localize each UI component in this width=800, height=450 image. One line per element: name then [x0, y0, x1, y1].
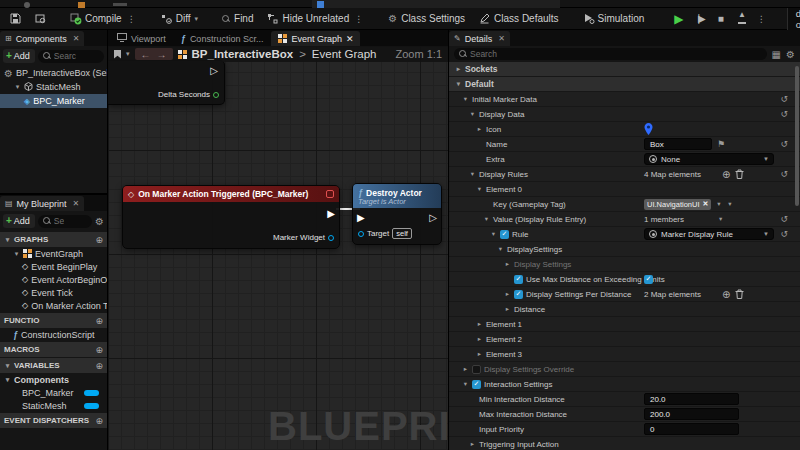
row-checkbox[interactable]: ✓ — [500, 230, 509, 239]
breadcrumb-current[interactable]: Event Graph — [312, 48, 377, 60]
tab-details[interactable]: ✎ Details ✕ — [449, 31, 510, 46]
details-row-triggering-input-action[interactable]: ▸Triggering Input Action — [449, 437, 800, 450]
chevron-down-icon[interactable]: ▾ — [717, 215, 724, 223]
reset-to-default-icon[interactable]: ↺ — [780, 229, 788, 239]
details-row-element-2[interactable]: ▸Element 2 — [449, 332, 800, 347]
category-components[interactable]: ▾Components — [0, 373, 107, 386]
list-item-staticmesh[interactable]: StaticMesh — [0, 399, 107, 412]
chevron-down-icon[interactable]: ▾ — [14, 83, 21, 91]
eject-button[interactable]: ▲ — [734, 11, 750, 26]
row-checkbox[interactable]: ✓ — [514, 290, 523, 299]
close-icon[interactable]: ✕ — [73, 34, 80, 43]
class-defaults-button[interactable]: Class Defaults — [475, 11, 562, 26]
details-row-displaysettings[interactable]: ▾DisplaySettings — [449, 242, 800, 257]
add-blueprint-item-button[interactable]: +Add — [3, 214, 35, 228]
remove-tag-icon[interactable]: ✕ — [703, 200, 709, 208]
chevron-right-icon[interactable]: ▸ — [504, 290, 511, 298]
reset-to-default-icon[interactable]: ↺ — [780, 214, 788, 224]
chevron-down-icon[interactable]: ▾ — [715, 200, 722, 208]
section-header-graphs[interactable]: ▾GRAPHS⊕ — [0, 232, 107, 247]
play-button[interactable]: ▶ — [670, 10, 687, 28]
tree-item-bp-interactivebox-sel[interactable]: ⚙BP_InteractiveBox (Sel — [0, 66, 107, 80]
exec-out-pin[interactable]: ▷ — [210, 65, 218, 76]
details-row-max-interaction-distance[interactable]: Max Interaction Distance200.0 — [449, 407, 800, 422]
details-row-initial-marker-data[interactable]: ▾Initial Marker Data↺ — [449, 92, 800, 107]
details-row-min-interaction-distance[interactable]: Min Interaction Distance20.0 — [449, 392, 800, 407]
nav-back-button[interactable]: ← — [141, 49, 151, 60]
details-row-display-settings-override[interactable]: ▸Display Settings Override — [449, 362, 800, 377]
reset-to-default-icon[interactable]: ↺ — [780, 139, 788, 149]
chevron-down-icon[interactable]: ▾ — [476, 185, 483, 193]
details-row-key-gameplay-tag-[interactable]: Key (Gameplay Tag)UI.NavigationUI✕▾▾ — [449, 197, 800, 212]
details-settings-icon[interactable]: ⚙ — [786, 49, 795, 60]
tab-viewport[interactable]: Viewport — [110, 31, 173, 46]
chevron-down-icon[interactable]: ▾ — [469, 110, 476, 118]
add-icon[interactable]: ⊕ — [95, 345, 103, 355]
reset-to-default-icon[interactable]: ↺ — [780, 94, 788, 104]
chevron-down-icon[interactable]: ▾ — [13, 250, 20, 258]
add-element-icon[interactable]: ⊕ — [722, 289, 730, 300]
chevron-right-icon[interactable]: ▸ — [476, 320, 483, 328]
chevron-down-icon[interactable]: ▾ — [483, 215, 490, 223]
close-icon[interactable]: ✕ — [346, 34, 354, 44]
details-row-distance[interactable]: ▸Distance — [449, 302, 800, 317]
list-item-on-marker-action-trig[interactable]: ◇On Marker Action Trig — [0, 299, 107, 312]
hide-unrelated-options-icon[interactable]: ⋮ — [353, 14, 364, 24]
add-icon[interactable]: ⊕ — [95, 416, 103, 426]
chevron-right-icon[interactable]: ▸ — [476, 125, 483, 133]
list-item-eventgraph[interactable]: ▾EventGraph — [0, 247, 107, 260]
breadcrumb-root[interactable]: BP_InteractiveBox — [192, 48, 294, 60]
tab-event-graph[interactable]: Event Graph✕ — [271, 31, 360, 46]
hide-unrelated-button[interactable]: Hide Unrelated ⋮ — [263, 11, 368, 26]
section-header-functio[interactable]: FUNCTIO⊕ — [0, 313, 107, 328]
add-component-button[interactable]: +Add — [3, 49, 35, 63]
details-row-extra[interactable]: ExtraNone▼ — [449, 152, 800, 167]
details-row-display-data[interactable]: ▾Display Data↺ — [449, 107, 800, 122]
details-row-use-max-distance-on-exceeding-limits[interactable]: ✓Use Max Distance on Exceeding Limits✓ — [449, 272, 800, 287]
bookmark-icon[interactable] — [114, 50, 121, 59]
my-blueprint-search-input[interactable]: Se — [38, 215, 92, 228]
node-destroy-actor[interactable]: ƒDestroy Actor Target is Actor ▶ ▷ Targe… — [352, 183, 442, 245]
display-filter-icon[interactable]: ▦ — [772, 49, 781, 60]
compile-options-icon[interactable]: ⋮ — [126, 14, 137, 24]
event-graph-canvas[interactable]: ▾ ← → BP_InteractiveBox > Event Graph Zo… — [108, 46, 448, 450]
row-checkbox[interactable]: ✓ — [472, 380, 481, 389]
delete-icon[interactable] — [735, 289, 744, 299]
value-input[interactable]: 20.0 — [644, 393, 739, 405]
chevron-right-icon[interactable]: ▸ — [462, 365, 469, 373]
details-row-display-settings-per-distance[interactable]: ▸✓Display Settings Per Distance2 Map ele… — [449, 287, 800, 302]
add-icon[interactable]: ⊕ — [95, 235, 103, 245]
value-checkbox[interactable]: ✓ — [644, 275, 653, 284]
value-dropdown[interactable]: None▼ — [644, 153, 774, 165]
browse-button[interactable] — [31, 11, 50, 26]
section-header-macros[interactable]: MACROS⊕ — [0, 342, 107, 357]
value-input[interactable]: 200.0 — [644, 408, 739, 420]
details-row-interaction-settings[interactable]: ▾✓Interaction Settings — [449, 377, 800, 392]
flag-icon[interactable]: ⚑ — [717, 139, 725, 149]
tag-chip[interactable]: UI.NavigationUI✕ — [644, 199, 711, 210]
reset-to-default-icon[interactable]: ↺ — [780, 109, 788, 119]
row-checkbox[interactable]: ✓ — [514, 275, 523, 284]
node-on-marker-action-triggered[interactable]: ◇ On Marker Action Triggered (BPC_Marker… — [122, 185, 340, 249]
list-item-bpc-marker[interactable]: BPC_Marker — [0, 386, 107, 399]
close-icon[interactable]: ✕ — [498, 34, 505, 43]
exec-out-pin[interactable]: ▶ — [327, 208, 335, 219]
target-self-value[interactable]: self — [392, 228, 412, 239]
details-row-element-1[interactable]: ▸Element 1 — [449, 317, 800, 332]
details-row-element-3[interactable]: ▸Element 3 — [449, 347, 800, 362]
tab-my-blueprint[interactable]: ▤ My Blueprint ✕ — [0, 196, 84, 211]
chevron-right-icon[interactable]: ▸ — [504, 305, 511, 313]
section-header-variables[interactable]: ▾VARIABLES⊕ — [0, 358, 107, 373]
delete-icon[interactable] — [735, 169, 744, 179]
details-scrollbar[interactable] — [795, 66, 799, 206]
chevron-down-icon[interactable]: ▾ — [455, 80, 462, 88]
reset-to-default-icon[interactable]: ↺ — [780, 169, 788, 179]
components-search-input[interactable]: Searc — [38, 50, 104, 63]
stop-button[interactable]: ■ — [714, 11, 728, 26]
chevron-down-icon[interactable]: ▾ — [469, 170, 476, 178]
exec-out-pin[interactable]: ▷ — [429, 212, 437, 223]
details-search-input[interactable]: Search — [454, 48, 767, 60]
tree-item-staticmesh[interactable]: ▾StaticMesh — [0, 80, 107, 94]
chevron-down-icon[interactable]: ▾ — [497, 245, 504, 253]
save-button[interactable] — [6, 11, 25, 26]
